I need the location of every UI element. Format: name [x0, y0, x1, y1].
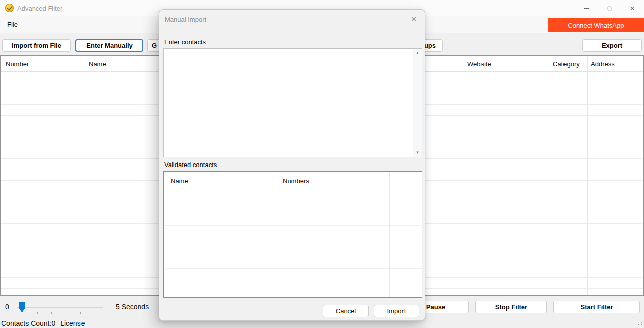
- contacts-textbox: ▲ ▼: [163, 48, 422, 157]
- slider-min-label: 0: [5, 303, 9, 311]
- grid-column-divider: [389, 172, 390, 297]
- manual-import-dialog: Manual Import ✕ Enter contacts ▲ ▼ Valid…: [159, 9, 425, 321]
- import-from-file-button[interactable]: Import from File: [2, 39, 71, 52]
- maximize-button[interactable]: [598, 0, 621, 16]
- validated-grid-body: [164, 194, 422, 297]
- slider-tick: [66, 312, 66, 314]
- window-controls: ✕: [575, 0, 644, 16]
- enter-manually-button[interactable]: Enter Manually: [75, 39, 143, 52]
- license-label: License: [60, 319, 85, 327]
- cancel-button[interactable]: Cancel: [323, 305, 369, 317]
- dialog-title: Manual Import: [165, 16, 206, 23]
- enter-contacts-label: Enter contacts: [164, 38, 206, 46]
- import-button[interactable]: Import: [374, 305, 419, 317]
- scroll-down-icon[interactable]: ▼: [413, 148, 422, 157]
- scroll-up-icon[interactable]: ▲: [413, 49, 422, 57]
- minimize-icon: [584, 8, 589, 9]
- column-header-name[interactable]: Name: [89, 60, 106, 68]
- close-button[interactable]: ✕: [621, 0, 644, 16]
- slider-tick: [95, 312, 95, 314]
- close-icon: ✕: [411, 15, 417, 24]
- column-header-category[interactable]: Category: [553, 60, 580, 68]
- slider-tick: [23, 312, 23, 314]
- column-header-address[interactable]: Address: [591, 60, 615, 68]
- stop-filter-button[interactable]: Stop Filter: [475, 301, 547, 313]
- validated-grid-header: Name Numbers: [164, 172, 422, 193]
- column-header-number[interactable]: Number: [6, 60, 29, 68]
- column-header-website[interactable]: Website: [467, 60, 491, 68]
- grid-column-divider: [85, 56, 85, 295]
- contacts-textarea[interactable]: [164, 49, 413, 157]
- grid-column-divider: [587, 56, 588, 295]
- column-header-numbers[interactable]: Numbers: [283, 177, 309, 185]
- app-icon: [5, 4, 14, 12]
- validated-contacts-grid: Name Numbers: [163, 171, 422, 298]
- app-window: Advanced Filter ✕ File Connect WhatsApp …: [0, 0, 644, 328]
- close-icon: ✕: [630, 5, 635, 12]
- start-filter-button[interactable]: Start Filter: [553, 301, 640, 313]
- delay-slider-thumb[interactable]: [19, 302, 25, 313]
- validated-contacts-label: Validated contacts: [164, 161, 217, 169]
- delay-slider-track[interactable]: [17, 307, 103, 308]
- column-header-name[interactable]: Name: [171, 177, 188, 185]
- connect-whatsapp-button[interactable]: Connect WhatsApp: [548, 18, 644, 32]
- slider-tick: [80, 312, 81, 314]
- maximize-icon: [607, 6, 612, 11]
- window-title: Advanced Filter: [17, 5, 62, 12]
- resize-grip[interactable]: [641, 322, 642, 323]
- dialog-close-button[interactable]: ✕: [409, 14, 419, 24]
- menu-file[interactable]: File: [7, 21, 18, 28]
- slider-tick: [51, 312, 52, 314]
- grid-column-divider: [277, 172, 277, 297]
- slider-tick: [37, 312, 38, 314]
- delay-seconds-label: 5 Seconds: [116, 303, 149, 311]
- contacts-count-label: Contacts Count:0: [1, 319, 55, 327]
- grid-column-divider: [549, 56, 549, 295]
- minimize-button[interactable]: [575, 0, 598, 16]
- export-button[interactable]: Export: [582, 39, 642, 52]
- grid-column-divider: [463, 56, 463, 295]
- textarea-scrollbar[interactable]: ▲ ▼: [413, 49, 422, 157]
